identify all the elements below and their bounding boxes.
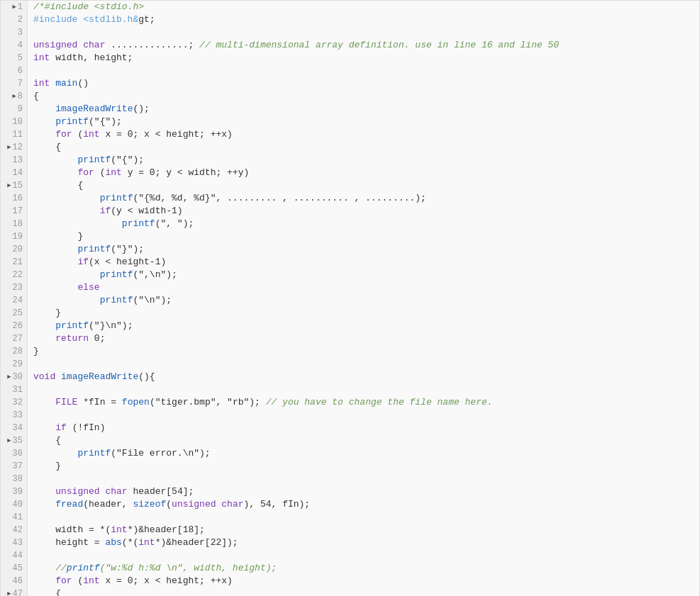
editor-container: 1234567891011121314151617181920212223242…	[0, 0, 700, 596]
code-line-27[interactable]: return 0;	[28, 332, 699, 345]
line-number-17: 17	[1, 205, 27, 218]
line-number-19: 19	[1, 230, 27, 243]
line-number-2: 2	[1, 13, 27, 26]
line-number-35: 35	[1, 434, 27, 447]
line-number-13: 13	[1, 154, 27, 167]
line-number-37: 37	[1, 460, 27, 473]
code-line-9[interactable]: imageReadWrite();	[28, 103, 699, 116]
line-number-12: 12	[1, 141, 27, 154]
code-line-28[interactable]: }	[28, 345, 699, 358]
code-line-46[interactable]: for (int x = 0; x < height; ++x)	[28, 575, 699, 587]
code-line-39[interactable]: unsigned char header[54];	[28, 485, 699, 498]
code-line-17[interactable]: if(y < width-1)	[28, 205, 699, 218]
code-lines[interactable]: /*#include <stdio.h>#include <stdlib.h&g…	[28, 1, 699, 596]
line-number-39: 39	[1, 485, 27, 498]
line-number-46: 46	[1, 575, 27, 587]
code-line-20[interactable]: printf("}");	[28, 243, 699, 256]
line-number-31: 31	[1, 383, 27, 396]
code-line-32[interactable]: FILE *fIn = fopen("tiger.bmp", "rb"); //…	[28, 396, 699, 409]
code-line-40[interactable]: fread(header, sizeof(unsigned char), 54,…	[28, 498, 699, 511]
line-number-6: 6	[1, 64, 27, 77]
code-line-19[interactable]: }	[28, 230, 699, 243]
line-number-33: 33	[1, 409, 27, 422]
line-number-8: 8	[1, 90, 27, 103]
code-line-45[interactable]: //printf("w:%d h:%d \n", width, height);	[28, 562, 699, 575]
line-number-9: 9	[1, 103, 27, 116]
line-number-11: 11	[1, 128, 27, 141]
line-number-26: 26	[1, 320, 27, 332]
code-line-10[interactable]: printf("{");	[28, 116, 699, 128]
line-number-14: 14	[1, 167, 27, 179]
code-line-36[interactable]: printf("File error.\n");	[28, 447, 699, 460]
code-line-16[interactable]: printf("{%d, %d, %d}", ......... , .....…	[28, 192, 699, 205]
line-number-28: 28	[1, 345, 27, 358]
line-number-40: 40	[1, 498, 27, 511]
line-number-27: 27	[1, 332, 27, 345]
code-line-47[interactable]: {	[28, 587, 699, 596]
code-line-37[interactable]: }	[28, 460, 699, 473]
code-line-33[interactable]	[28, 409, 699, 422]
line-number-4: 4	[1, 39, 27, 52]
line-number-34: 34	[1, 422, 27, 434]
line-number-15: 15	[1, 179, 27, 192]
code-line-38[interactable]	[28, 473, 699, 485]
code-line-11[interactable]: for (int x = 0; x < height; ++x)	[28, 128, 699, 141]
line-number-44: 44	[1, 549, 27, 562]
line-number-22: 22	[1, 269, 27, 281]
code-area: 1234567891011121314151617181920212223242…	[1, 1, 699, 596]
line-number-3: 3	[1, 26, 27, 39]
line-number-23: 23	[1, 281, 27, 294]
line-number-10: 10	[1, 116, 27, 128]
line-number-36: 36	[1, 447, 27, 460]
code-line-14[interactable]: for (int y = 0; y < width; ++y)	[28, 167, 699, 179]
code-line-8[interactable]: {	[28, 90, 699, 103]
line-number-47: 47	[1, 587, 27, 596]
line-number-20: 20	[1, 243, 27, 256]
line-number-24: 24	[1, 294, 27, 307]
code-line-22[interactable]: printf(",\n");	[28, 269, 699, 281]
line-number-42: 42	[1, 524, 27, 536]
line-number-21: 21	[1, 256, 27, 269]
code-line-5[interactable]: int width, height;	[28, 52, 699, 64]
code-line-24[interactable]: printf("\n");	[28, 294, 699, 307]
line-number-18: 18	[1, 218, 27, 230]
code-line-3[interactable]	[28, 26, 699, 39]
code-line-21[interactable]: if(x < height-1)	[28, 256, 699, 269]
code-line-7[interactable]: int main()	[28, 77, 699, 90]
line-number-7: 7	[1, 77, 27, 90]
line-number-43: 43	[1, 536, 27, 549]
line-number-29: 29	[1, 358, 27, 371]
code-line-30[interactable]: void imageReadWrite(){	[28, 371, 699, 383]
line-number-30: 30	[1, 371, 27, 383]
code-line-41[interactable]	[28, 511, 699, 524]
code-line-23[interactable]: else	[28, 281, 699, 294]
code-line-25[interactable]: }	[28, 307, 699, 320]
code-line-6[interactable]	[28, 64, 699, 77]
code-line-26[interactable]: printf("}\n");	[28, 320, 699, 332]
line-number-32: 32	[1, 396, 27, 409]
code-line-29[interactable]	[28, 358, 699, 371]
line-number-16: 16	[1, 192, 27, 205]
line-numbers: 1234567891011121314151617181920212223242…	[1, 1, 28, 596]
code-line-34[interactable]: if (!fIn)	[28, 422, 699, 434]
code-line-44[interactable]	[28, 549, 699, 562]
code-line-31[interactable]	[28, 383, 699, 396]
code-line-15[interactable]: {	[28, 179, 699, 192]
line-number-41: 41	[1, 511, 27, 524]
code-line-13[interactable]: printf("{");	[28, 154, 699, 167]
code-line-1[interactable]: /*#include <stdio.h>	[28, 1, 699, 13]
line-number-5: 5	[1, 52, 27, 64]
code-line-35[interactable]: {	[28, 434, 699, 447]
line-number-38: 38	[1, 473, 27, 485]
line-number-45: 45	[1, 562, 27, 575]
code-line-42[interactable]: width = *(int*)&header[18];	[28, 524, 699, 536]
line-number-1: 1	[1, 1, 27, 13]
code-line-18[interactable]: printf(", ");	[28, 218, 699, 230]
code-line-12[interactable]: {	[28, 141, 699, 154]
code-line-4[interactable]: unsigned char ..............; // multi-d…	[28, 39, 699, 52]
line-number-25: 25	[1, 307, 27, 320]
code-line-43[interactable]: height = abs(*(int*)&header[22]);	[28, 536, 699, 549]
code-line-2[interactable]: #include <stdlib.h&gt;	[28, 13, 699, 26]
